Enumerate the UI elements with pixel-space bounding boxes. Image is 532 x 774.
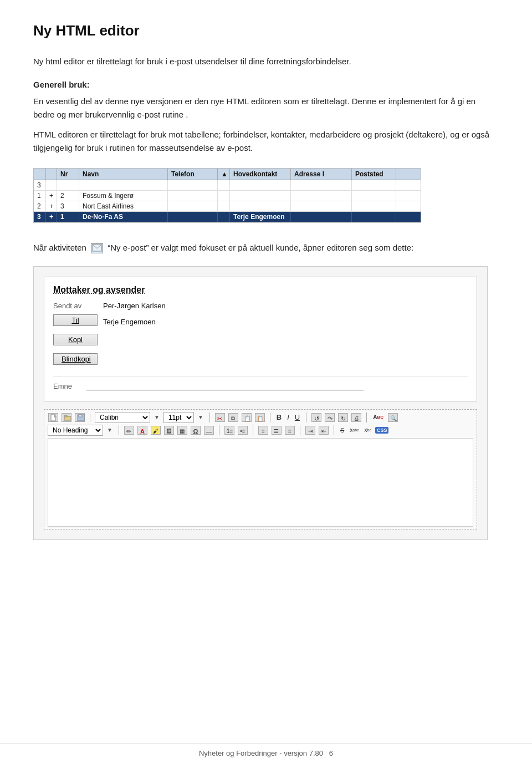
emne-label: Emne [53,382,86,390]
strikethrough-icon[interactable]: S [339,426,346,434]
th-nr: Nr [57,169,79,180]
row-adresse [291,212,352,222]
row-num: 1 [34,191,46,201]
table-row[interactable]: 1 + 2 Fossum & Ingerø [34,191,421,201]
table-row-selected[interactable]: 3 + 1 De-No-Fa AS Terje Engemoen [34,212,421,222]
row-sort [218,191,230,201]
toolbar-separator-2 [209,413,210,422]
indent-icon[interactable]: ⇥ [305,426,315,435]
blindkopi-button[interactable]: Blindkopi [53,353,98,365]
toolbar-separator-8 [253,425,253,435]
ny-epost-icon [91,243,103,253]
til-row: Til Terje Engemoen [53,314,468,329]
th-edit [46,169,57,180]
undo-icon[interactable]: ↺ [311,413,321,422]
compose-section-title: Mottaker og avsender [53,285,468,295]
toolbar-separator-10 [334,425,334,435]
spell-icon[interactable]: ABC [371,414,385,421]
aktivitet-text-after: “Ny e-post” er valgt med fokuset er på a… [108,243,413,252]
paste-icon[interactable]: 📋 [242,413,252,422]
size-dropdown-arrow[interactable]: ▼ [196,414,205,421]
generell-label: Generell bruk: [33,78,499,91]
css-icon[interactable]: CSS [375,427,389,434]
svg-rect-5 [79,415,82,417]
cut-icon[interactable]: ✂ [215,413,225,422]
pencil-icon[interactable]: ✏ [124,426,134,435]
hline-icon[interactable]: — [204,426,214,435]
emne-row: Emne [53,376,468,391]
save-icon[interactable] [75,413,85,422]
toolbar-separator-7 [219,425,219,435]
paste-special-icon[interactable]: 📋+ [255,413,265,422]
table-row[interactable]: 3 [34,180,421,191]
til-value: Terje Engemoen [103,318,156,326]
italic-button[interactable]: I [285,413,291,421]
heading-dropdown-arrow[interactable]: ▼ [105,426,114,434]
underline-button[interactable]: U [293,413,301,421]
font-size-select[interactable]: 11pt [163,412,194,423]
toolbar-separator-9 [300,425,300,435]
aktivitet-paragraph: Når aktiviteten “Ny e-post” er valgt med… [33,241,499,255]
row-expand: + [46,201,57,211]
subscript-icon[interactable]: xbc [363,426,373,434]
font-dropdown-arrow[interactable]: ▼ [152,414,161,421]
font-family-select[interactable]: Calibri [95,412,150,423]
bold-button[interactable]: B [275,413,283,421]
toolbar-separator-5 [366,413,367,422]
row-nr: 2 [57,191,79,201]
blindkopi-label: Blindkopi [53,353,103,368]
th-poststed: Poststed [352,169,396,180]
outdent-icon[interactable]: ⇤ [319,426,329,435]
toolbar-separator-6 [119,425,119,435]
superscript-icon[interactable]: xabc [348,426,360,434]
font-color-icon[interactable]: A [137,426,147,435]
emne-input[interactable] [86,382,364,391]
row-num: 2 [34,201,46,211]
image-icon[interactable]: 🖼 [164,426,174,435]
sendt-av-row: Sendt av Per-Jørgen Karlsen [53,302,468,310]
sendt-av-value: Per-Jørgen Karlsen [103,302,166,310]
highlight-icon[interactable]: 🖌 [151,426,161,435]
row-nr: 3 [57,201,79,211]
heading-select[interactable]: No Heading [48,425,103,436]
align-left-icon[interactable]: ≡ [258,426,268,435]
row-nr: 1 [57,212,79,222]
row-poststed [352,180,396,190]
copy-icon[interactable]: ⧉ [228,413,238,422]
generell-p2: HTML editoren er tilrettelagt for bruk m… [33,128,499,155]
table-icon[interactable]: ▦ [177,426,187,435]
special-char-icon[interactable]: Ω [191,426,201,435]
row-expand: + [46,212,57,222]
print-icon[interactable]: 🖨 [351,413,361,422]
ol-icon[interactable]: 1≡ [224,426,234,435]
row-telefon [168,191,218,201]
til-button[interactable]: Til [53,314,98,326]
th-icon [34,169,46,180]
ul-icon[interactable]: •≡ [238,426,248,435]
editor-toolbar: Calibri ▼ 11pt ▼ ✂ ⧉ 📋 📋+ B I U [44,409,477,529]
align-center-icon[interactable]: ☰ [272,426,282,435]
til-label: Til [53,314,103,329]
redo1-icon[interactable]: ↷ [325,413,335,422]
th-adresse: Adresse I [291,169,352,180]
kopi-label: Kopi [53,334,103,349]
kopi-button[interactable]: Kopi [53,334,98,345]
new-doc-icon[interactable] [48,413,58,422]
open-icon[interactable] [62,413,71,422]
row-nr [57,180,79,190]
row-icon: 3 [34,180,46,190]
editor-content-area[interactable] [48,438,473,527]
row-hoved [230,201,291,211]
page-title: Ny HTML editor [33,22,499,39]
redo2-icon[interactable]: ↻ [338,413,348,422]
align-right-icon[interactable]: ≡ [285,426,295,435]
page-footer: Nyheter og Forbedringer - versjon 7.80 6 [0,743,532,757]
find-icon[interactable]: 🔍 [388,413,398,422]
footer-page-num: 6 [329,749,333,757]
table-row[interactable]: 2 + 3 Nort East Airlines [34,201,421,212]
intro-paragraph: Ny html editor er tilrettelagt for bruk … [33,55,499,68]
kopi-row: Kopi [53,334,468,349]
row-poststed [352,212,396,222]
compose-window: Mottaker og avsender Sendt av Per-Jørgen… [33,266,488,540]
row-hoved [230,191,291,201]
